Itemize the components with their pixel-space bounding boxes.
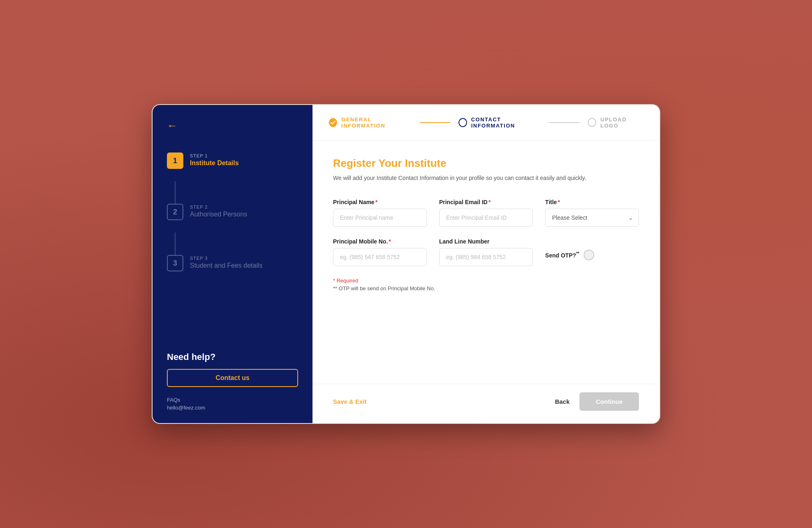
stepper-label-upload: UPLOAD LOGO xyxy=(600,116,643,129)
required-note: * Required xyxy=(333,278,639,284)
form-row-2: Principal Mobile No.* Land Line Number S… xyxy=(333,238,639,266)
main-modal: ← 1 STEP 1 Institute Details 2 xyxy=(152,104,660,424)
step-3-item: 3 STEP 3 Student and Fees details xyxy=(167,255,298,271)
title-label: Title* xyxy=(545,199,639,205)
stepper-circle-general xyxy=(329,118,337,127)
principal-email-label: Principal Email ID* xyxy=(439,199,533,205)
land-line-group: Land Line Number xyxy=(439,238,533,266)
sidebar: ← 1 STEP 1 Institute Details 2 xyxy=(153,105,312,423)
step-3-number: 3 xyxy=(167,255,183,271)
sidebar-footer: FAQs hello@feez.com xyxy=(167,397,298,411)
form-area: Register Your Institute We will add your… xyxy=(312,141,659,384)
steps-list: 1 STEP 1 Institute Details 2 STEP 2 xyxy=(167,152,298,344)
step-connector-1 xyxy=(175,181,176,204)
principal-mobile-input[interactable] xyxy=(333,248,427,266)
principal-name-label: Principal Name* xyxy=(333,199,427,205)
otp-superscript: ** xyxy=(576,251,579,256)
step-3-title: Student and Fees details xyxy=(190,262,262,269)
stepper-step-upload: UPLOAD LOGO xyxy=(588,116,643,129)
back-button[interactable]: Back xyxy=(555,398,570,405)
land-line-input[interactable] xyxy=(439,248,533,266)
principal-email-group: Principal Email ID* xyxy=(439,199,533,227)
continue-button[interactable]: Continue xyxy=(579,392,639,411)
step-2-info: STEP 2 Authorised Persons xyxy=(190,204,247,218)
save-exit-button[interactable]: Save & Exit xyxy=(333,398,367,405)
title-select-wrapper: Please Select Mr. Mrs. Dr. ⌄ xyxy=(545,209,639,227)
stepper-line-1 xyxy=(420,122,450,123)
otp-note: ** OTP will be send on Principal Mobile … xyxy=(333,285,639,291)
stepper-label-contact: CONTACT INFORMATION xyxy=(471,116,541,129)
form-row-1: Principal Name* Principal Email ID* Titl… xyxy=(333,199,639,227)
principal-email-input[interactable] xyxy=(439,209,533,227)
required-star-name: * xyxy=(375,199,377,205)
stepper-step-general: GENERAL INFORMATION xyxy=(329,116,412,129)
step-2-wrapper: 2 STEP 2 Authorised Persons xyxy=(167,204,298,220)
principal-name-input[interactable] xyxy=(333,209,427,227)
step-1-title: Institute Details xyxy=(190,159,239,167)
step-1-info: STEP 1 Institute Details xyxy=(190,152,239,167)
step-3-label: STEP 3 xyxy=(190,256,262,261)
form-subtitle: We will add your Institute Contact Infor… xyxy=(333,174,639,182)
help-title: Need help? xyxy=(167,352,298,362)
content-area: GENERAL INFORMATION CONTACT INFORMATION … xyxy=(312,105,659,423)
send-otp-row: Send OTP?** xyxy=(545,246,639,264)
step-2-label: STEP 2 xyxy=(190,205,247,209)
principal-mobile-group: Principal Mobile No.* xyxy=(333,238,427,266)
send-otp-group: Send OTP?** xyxy=(545,238,639,266)
stepper-label-general: GENERAL INFORMATION xyxy=(341,116,412,129)
principal-mobile-label: Principal Mobile No.* xyxy=(333,238,427,245)
email-link[interactable]: hello@feez.com xyxy=(167,405,298,411)
principal-name-group: Principal Name* xyxy=(333,199,427,227)
help-section: Need help? Contact us FAQs hello@feez.co… xyxy=(167,344,298,411)
send-otp-label: Send OTP?** xyxy=(545,251,579,259)
step-2-title: Authorised Persons xyxy=(190,211,247,218)
stepper-line-2 xyxy=(549,122,579,123)
otp-toggle-button[interactable] xyxy=(584,250,594,260)
required-star-email: * xyxy=(488,199,490,205)
stepper-circle-upload xyxy=(588,118,596,127)
contact-us-button[interactable]: Contact us xyxy=(167,369,298,387)
faqs-link[interactable]: FAQs xyxy=(167,397,298,403)
stepper-circle-contact xyxy=(458,118,467,127)
right-actions: Back Continue xyxy=(555,392,639,411)
land-line-label: Land Line Number xyxy=(439,238,533,245)
title-select[interactable]: Please Select Mr. Mrs. Dr. xyxy=(545,209,639,227)
step-1-label: STEP 1 xyxy=(190,153,239,158)
step-2-item: 2 STEP 2 Authorised Persons xyxy=(167,204,298,220)
step-1-item: 1 STEP 1 Institute Details xyxy=(167,152,298,169)
stepper-step-contact: CONTACT INFORMATION xyxy=(458,116,541,129)
form-title: Register Your Institute xyxy=(333,157,639,170)
step-3-info: STEP 3 Student and Fees details xyxy=(190,255,262,269)
step-3-wrapper: 3 STEP 3 Student and Fees details xyxy=(167,255,298,271)
step-1-number: 1 xyxy=(167,152,183,169)
step-1-wrapper: 1 STEP 1 Institute Details xyxy=(167,152,298,169)
back-arrow-icon[interactable]: ← xyxy=(167,119,178,132)
required-star-mobile: * xyxy=(389,238,391,245)
required-star-title: * xyxy=(558,199,560,205)
step-connector-2 xyxy=(175,232,176,255)
check-icon xyxy=(331,121,335,125)
step-2-number: 2 xyxy=(167,204,183,220)
stepper-header: GENERAL INFORMATION CONTACT INFORMATION … xyxy=(312,105,659,141)
form-footer: Save & Exit Back Continue xyxy=(312,384,659,423)
notes-section: * Required ** OTP will be send on Princi… xyxy=(333,278,639,291)
title-group: Title* Please Select Mr. Mrs. Dr. ⌄ xyxy=(545,199,639,227)
